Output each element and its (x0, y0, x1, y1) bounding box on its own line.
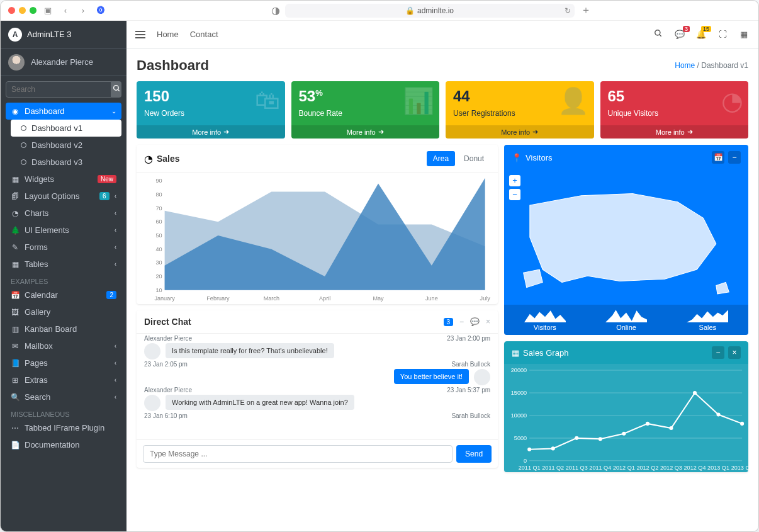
direct-chat-card: Direct Chat 3 − 💬 × Alexander Pierce23 J… (137, 310, 498, 468)
avatar (474, 369, 490, 385)
minus-icon[interactable]: − (712, 346, 724, 359)
nav-tables[interactable]: ▦Tables‹ (6, 256, 121, 273)
close-icon[interactable]: × (728, 346, 741, 359)
chevron-down-icon: ⌄ (111, 108, 116, 115)
bell-icon[interactable]: 🔔15 (695, 30, 707, 39)
nav-dashboard-v1[interactable]: Dashboard v1 (11, 120, 121, 137)
nav-mailbox[interactable]: ✉Mailbox‹ (6, 337, 121, 354)
sales-area-chart: 102030405060708090JanuaryFebruaryMarchAp… (137, 173, 498, 304)
zoom-in-button[interactable]: + (509, 175, 520, 186)
nav-pages[interactable]: 📘Pages‹ (6, 354, 121, 371)
zoom-out-button[interactable]: − (509, 189, 520, 200)
sidebar-search-button[interactable] (111, 81, 121, 98)
sales-card: ◔ Sales Area Donut 102030405060708090Jan… (137, 145, 498, 304)
nav-header-misc: MISCELLANEOUS (3, 405, 124, 419)
chevron-left-icon: ‹ (115, 244, 116, 251)
arrow-circle-icon: ➜ (223, 128, 229, 136)
stat-more-link[interactable]: More info➜ (137, 125, 285, 139)
shield-icon[interactable]: ◑ (271, 4, 280, 16)
topnav-contact[interactable]: Contact (190, 30, 218, 39)
nav-dashboard[interactable]: ◉Dashboard⌄ (6, 103, 121, 120)
chevron-left-icon: ‹ (115, 210, 116, 217)
comments-icon[interactable]: 💬 (470, 317, 480, 326)
vfoot-visitors: Visitors (504, 308, 585, 331)
nav-layout[interactable]: 🗐Layout Options6‹ (6, 188, 121, 205)
svg-text:70: 70 (155, 205, 162, 212)
svg-text:40: 40 (155, 246, 162, 252)
svg-text:30: 30 (155, 259, 162, 266)
window-min-icon[interactable] (19, 7, 26, 14)
nav-ui[interactable]: 🌲UI Elements‹ (6, 222, 121, 239)
user-plus-icon: 👤 (558, 86, 589, 116)
window-close-icon[interactable] (8, 7, 15, 14)
calendar-icon[interactable]: 📅 (712, 151, 724, 164)
apps-icon[interactable]: ▦ (738, 30, 750, 39)
nav-tabbed[interactable]: ⋯Tabbed IFrame Plugin (6, 419, 121, 436)
chat-count-badge: 3 (444, 318, 454, 326)
topbar-search-icon[interactable] (653, 29, 664, 40)
image-icon: 🖼 (11, 308, 20, 317)
nav-docs[interactable]: 📄Documentation (6, 436, 121, 453)
svg-marker-20 (524, 310, 566, 322)
menu-toggle-icon[interactable] (135, 31, 145, 38)
tab-donut[interactable]: Donut (458, 151, 490, 166)
nav-search[interactable]: 🔍Search‹ (6, 388, 121, 405)
reload-icon[interactable]: ↻ (565, 6, 571, 15)
tab-area[interactable]: Area (427, 151, 455, 166)
nav-extras[interactable]: ⊞Extras‹ (6, 371, 121, 388)
send-button[interactable]: Send (456, 445, 492, 463)
sidebar-toggle-icon[interactable]: ▣ (42, 6, 54, 15)
svg-text:March: March (264, 295, 279, 302)
plus-square-icon: ⊞ (11, 376, 20, 385)
chevron-left-icon: ‹ (115, 261, 116, 268)
chat-input[interactable] (143, 445, 453, 463)
stat-more-link[interactable]: More info➜ (446, 125, 594, 139)
stat-more-link[interactable]: More info➜ (600, 125, 749, 139)
grid-icon: ▦ (512, 348, 519, 358)
nav-dashboard-v3[interactable]: Dashboard v3 (11, 154, 121, 171)
close-icon[interactable]: × (486, 317, 490, 326)
nav-widgets[interactable]: ▦WidgetsNew (6, 171, 121, 188)
nav-charts[interactable]: ◔Charts‹ (6, 205, 121, 222)
badge-6: 6 (99, 192, 110, 200)
svg-text:2011 Q1: 2011 Q1 (519, 465, 541, 471)
minus-icon[interactable]: − (459, 317, 464, 326)
badge-2: 2 (106, 291, 116, 299)
nav-kanban[interactable]: ▥Kanban Board (6, 320, 121, 337)
chat-title: Direct Chat (144, 317, 191, 327)
nav-dashboard-v2[interactable]: Dashboard v2 (11, 137, 121, 154)
bag-icon: 🛍 (255, 86, 280, 115)
back-icon[interactable]: ‹ (59, 6, 72, 15)
badge-new: New (98, 175, 116, 183)
expand-icon[interactable]: ⛶ (717, 30, 728, 39)
comments-icon[interactable]: 💬3 (674, 30, 685, 39)
nav-forms[interactable]: ✎Forms‹ (6, 239, 121, 256)
chat-message: 23 Jan 2:05 pmSarah BullockYou better be… (144, 361, 490, 385)
window-max-icon[interactable] (30, 7, 37, 14)
svg-marker-22 (687, 310, 728, 322)
chat-bubble: You better believe it! (394, 369, 469, 384)
nav-calendar[interactable]: 📅Calendar2 (6, 286, 121, 303)
brand-logo-icon: A (8, 28, 22, 42)
svg-point-0 (113, 86, 118, 91)
topbar: Home Contact 💬3 🔔15 ⛶ ▦ (126, 21, 758, 48)
nav-gallery[interactable]: 🖼Gallery (6, 303, 121, 320)
pin-icon: 📍 (512, 153, 522, 162)
stat-new-orders: 150New Orders 🛍 More info➜ (137, 81, 285, 139)
crumb-home[interactable]: Home (675, 61, 695, 70)
chevron-left-icon: ‹ (115, 227, 116, 234)
stat-more-link[interactable]: More info➜ (291, 125, 440, 139)
brand[interactable]: A AdminLTE 3 (1, 21, 126, 48)
topnav-home[interactable]: Home (157, 30, 179, 39)
svg-point-46 (599, 437, 602, 441)
forward-icon[interactable]: › (77, 6, 89, 15)
new-tab-icon[interactable]: ＋ (580, 4, 592, 17)
user-panel[interactable]: Alexander Pierce (1, 48, 126, 76)
sidebar-search-input[interactable] (6, 81, 111, 98)
minus-icon[interactable]: − (728, 151, 741, 164)
address-bar[interactable]: 🔒 adminlte.io ↻ (285, 4, 575, 18)
avatar (144, 395, 160, 411)
avatar (144, 343, 160, 359)
us-map[interactable]: + − (504, 170, 748, 305)
privacy-icon[interactable]: ⓿ (94, 6, 107, 15)
